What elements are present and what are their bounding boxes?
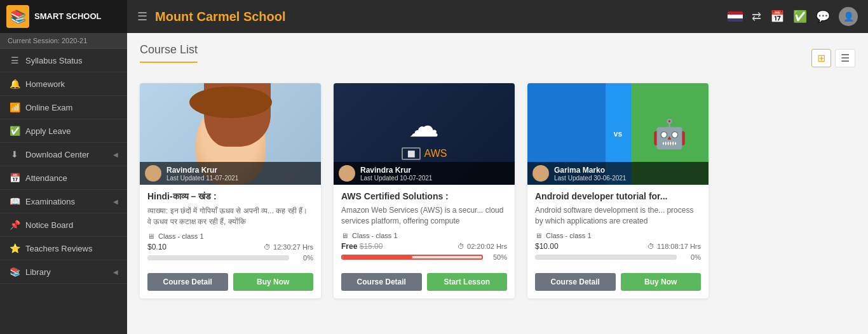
transfer-icon[interactable]: ⇄ — [752, 10, 761, 23]
course-detail-button[interactable]: Course Detail — [147, 273, 228, 291]
card-author: Garima Marko Last Updated 30-06-2021 — [527, 162, 709, 185]
sidebar-icon-syllabus-status: ☰ — [9, 55, 20, 65]
sidebar-item-syllabus-status[interactable]: ☰ Syllabus Status — [0, 49, 127, 72]
hamburger-icon[interactable]: ☰ — [137, 10, 147, 23]
class-label: Class - class 1 — [546, 232, 592, 239]
author-name: Ravindra Krur — [360, 166, 432, 175]
price-label: $0.10 — [147, 243, 166, 251]
sidebar-icon-examinations: 📖 — [9, 196, 20, 206]
sidebar-item-left-homework: 🔔 Homework — [9, 79, 65, 89]
class-label: Class - class 1 — [158, 232, 204, 240]
sidebar-icon-notice-board: 📌 — [9, 220, 20, 230]
card-author: Ravindra Krur Last Updated 10-07-2021 — [334, 162, 515, 185]
sidebar-item-apply-leave[interactable]: ✅ Apply Leave — [0, 119, 127, 143]
school-name: Mount Carmel School — [155, 10, 720, 24]
sidebar-icon-teachers-reviews: ⭐ — [9, 243, 20, 253]
sidebar-label-download-center: Download Center — [25, 150, 89, 159]
course-class: 🖥 Class - class 1 — [147, 232, 313, 240]
sidebar-label-online-exam: Online Exam — [25, 103, 72, 112]
course-action-button[interactable]: Buy Now — [621, 273, 702, 291]
sidebar-item-notice-board[interactable]: 📌 Notice Board — [0, 213, 127, 237]
content-area: Course List ⊞ ☰ — [127, 33, 868, 334]
duration-label: 02:20:02 Hrs — [467, 243, 507, 250]
cloud-icon: ☁ — [409, 108, 439, 144]
progress-percent: 0% — [294, 254, 313, 262]
sidebar-icon-homework: 🔔 — [9, 79, 20, 89]
price-time-row: Free $15.00 ⏱ 02:20:02 Hrs — [341, 242, 507, 251]
aws-label: AWS — [424, 148, 447, 159]
author-name: Garima Marko — [554, 166, 626, 175]
course-action-button[interactable]: Start Lesson — [427, 273, 508, 291]
course-grid: Ravindra Krur Last Updated 11-07-2021 Hi… — [140, 83, 855, 298]
card-author: Ravindra Krur Last Updated 11-07-2021 — [140, 162, 321, 185]
clock-icon: ⏱ — [648, 243, 654, 250]
card-body: Android developer tutorial for... Androi… — [527, 185, 709, 273]
sidebar: 📚 SMART SCHOOL Current Session: 2020-21 … — [0, 0, 127, 334]
course-action-button[interactable]: Buy Now — [233, 273, 314, 291]
monitor-icon: 🖥 — [341, 232, 348, 239]
monitor-icon: 🖥 — [535, 232, 542, 239]
time-info: ⏱ 02:20:02 Hrs — [458, 243, 507, 250]
author-avatar-img — [532, 165, 549, 182]
android-logo: 🤖 — [652, 117, 687, 150]
list-view-button[interactable]: ☰ — [835, 49, 855, 67]
card-actions: Course Detail Start Lesson — [334, 273, 515, 298]
sidebar-item-left-notice-board: 📌 Notice Board — [9, 220, 73, 230]
arrow-icon-download-center: ◀ — [113, 151, 118, 158]
progress-row: 0% — [147, 254, 313, 262]
logo-text: SMART SCHOOL — [34, 11, 101, 22]
sidebar-item-homework[interactable]: 🔔 Homework — [0, 72, 127, 96]
grid-view-button[interactable]: ⊞ — [811, 49, 831, 67]
sidebar-item-teachers-reviews[interactable]: ⭐ Teachers Reviews — [0, 237, 127, 260]
sidebar-item-left-attendance: 📅 Attendance — [9, 173, 67, 183]
course-title: Hindi-काव्य – खंड : — [147, 191, 313, 202]
tasks-icon[interactable]: ✅ — [793, 10, 807, 23]
progress-bar-wrap — [147, 255, 289, 260]
sidebar-icon-attendance: 📅 — [9, 173, 20, 183]
sidebar-item-library[interactable]: 📚 Library ◀ — [0, 260, 127, 284]
card-thumbnail: Ravindra Krur Last Updated 11-07-2021 — [140, 83, 321, 185]
screen-icon: ⬜ — [402, 147, 421, 160]
author-info: Garima Marko Last Updated 30-06-2021 — [554, 166, 626, 182]
course-detail-button[interactable]: Course Detail — [535, 273, 616, 291]
flag-icon[interactable] — [728, 11, 743, 22]
sidebar-item-online-exam[interactable]: 📶 Online Exam — [0, 96, 127, 119]
calendar-icon[interactable]: 📅 — [770, 10, 784, 23]
card-thumbnail: vs 🤖 Garima Marko Last Updated 30-06-202… — [527, 83, 709, 185]
view-toggle-group: ⊞ ☰ — [811, 49, 855, 67]
arrow-icon-examinations: ◀ — [113, 198, 118, 205]
course-title: Android developer tutorial for... — [535, 191, 701, 201]
progress-bar-wrap — [535, 255, 677, 260]
sidebar-item-download-center[interactable]: ⬇ Download Center ◀ — [0, 143, 127, 166]
duration-label: 12:30:27 Hrs — [273, 243, 313, 251]
sidebar-icon-apply-leave: ✅ — [9, 126, 20, 136]
course-card-course-2: ☁ ⬜ AWS Ravindra Krur Last Updated 10-07… — [334, 83, 515, 298]
price-label: $10.00 — [535, 242, 559, 251]
sidebar-label-apply-leave: Apply Leave — [25, 126, 71, 136]
aws-content: ☁ ⬜ AWS — [402, 108, 447, 160]
card-body: AWS Certified Solutions : Amazon Web Ser… — [334, 185, 515, 273]
sidebar-label-attendance: Attendance — [25, 173, 67, 183]
class-label: Class - class 1 — [352, 232, 398, 239]
course-description: व्याख्या: इन छंदों में गोपियाँ ऊधव से अप… — [147, 206, 313, 227]
course-title: AWS Certified Solutions : — [341, 191, 507, 201]
sidebar-item-left-teachers-reviews: ⭐ Teachers Reviews — [9, 243, 93, 253]
topbar-icons: ⇄ 📅 ✅ 💬 👤 — [728, 7, 858, 26]
sidebar-item-left-syllabus-status: ☰ Syllabus Status — [9, 55, 83, 65]
sidebar-item-left-online-exam: 📶 Online Exam — [9, 102, 72, 112]
course-detail-button[interactable]: Course Detail — [341, 273, 422, 291]
whatsapp-icon[interactable]: 💬 — [816, 10, 830, 23]
aws-sub: ⬜ AWS — [402, 147, 447, 160]
course-card-course-1: Ravindra Krur Last Updated 11-07-2021 Hi… — [140, 83, 321, 298]
topbar: ☰ Mount Carmel School ⇄ 📅 ✅ 💬 👤 — [127, 0, 868, 33]
logo-icon: 📚 — [6, 5, 29, 28]
sidebar-item-examinations[interactable]: 📖 Examinations ◀ — [0, 190, 127, 213]
progress-row: 0% — [535, 253, 701, 261]
session-bar: Current Session: 2020-21 — [0, 33, 127, 49]
user-avatar[interactable]: 👤 — [839, 7, 858, 26]
sidebar-icon-online-exam: 📶 — [9, 102, 20, 112]
card-body: Hindi-काव्य – खंड : व्याख्या: इन छंदों म… — [140, 185, 321, 273]
arrow-icon-library: ◀ — [113, 269, 118, 276]
sidebar-label-homework: Homework — [25, 79, 65, 89]
sidebar-item-attendance[interactable]: 📅 Attendance — [0, 166, 127, 190]
